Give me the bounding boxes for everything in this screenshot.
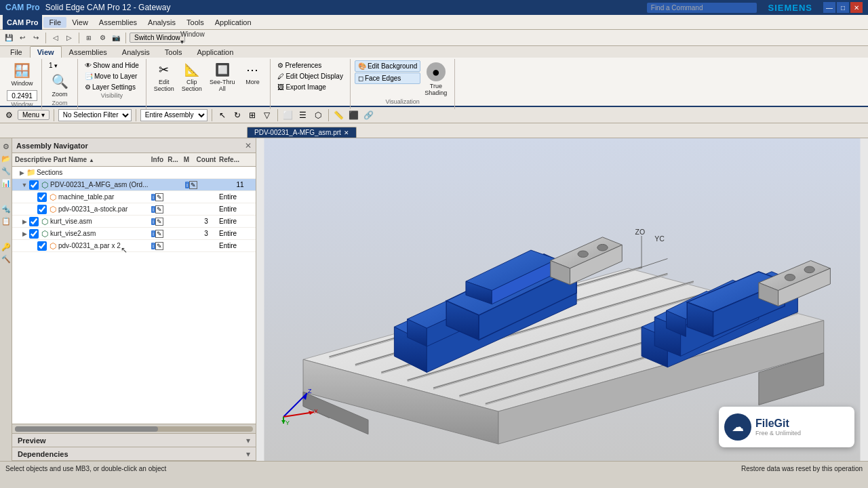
menu-cmd-btn[interactable]: Menu ▾ — [18, 110, 50, 120]
sidebar-icon-3[interactable]: 🔧 — [1, 165, 12, 176]
switch-window-btn[interactable]: Switch Window — [130, 33, 185, 43]
assembly-scope-dropdown[interactable]: Entire Assembly — [140, 109, 208, 121]
selection-filter-dropdown[interactable]: No Selection Filter — [58, 109, 132, 121]
sidebar-icon-7[interactable]: 🔑 — [1, 241, 12, 252]
menu-tools[interactable]: Tools — [181, 17, 210, 28]
view-tab-main[interactable]: PDV-00231_A-MFG_asm.prt ✕ — [247, 127, 357, 138]
zoom-1-select[interactable]: 1 ▾ — [46, 60, 73, 70]
root-asm-toggle[interactable]: ▼ — [20, 181, 28, 189]
preview-toggle-icon[interactable]: ▾ — [246, 436, 250, 445]
root-asm-check[interactable] — [29, 180, 39, 190]
tree-item-vise1[interactable]: ▶ ⬡ kurt_vise.asm i ✎ 3 Entire — [12, 216, 256, 228]
undo-btn[interactable]: ↩ — [16, 32, 28, 44]
show-hide-btn[interactable]: 👁 Show and Hide — [82, 60, 142, 70]
tree-item-root-asm[interactable]: ▼ ⬡ PDV-00231_A-MFG_asm (Ord... i ✎ 11 — [12, 179, 256, 191]
sidebar-icon-1[interactable]: ⚙ — [1, 141, 12, 152]
group-icon[interactable]: ⬡ — [312, 109, 324, 121]
vise2-icon: ⬡ — [39, 228, 50, 239]
face-edges-btn[interactable]: ◻ Face Edges — [355, 73, 420, 84]
3d-viewport[interactable]: ZO YC — [256, 138, 868, 461]
sidebar-icon-2[interactable]: 📂 — [1, 153, 12, 164]
tree-item-machine-table[interactable]: ▶ ⬡ machine_table.par i ✎ Entire — [12, 191, 256, 203]
machine-table-check[interactable] — [37, 192, 47, 202]
dependencies-toggle-icon[interactable]: ▾ — [246, 449, 250, 459]
vise1-toggle[interactable]: ▶ — [20, 218, 28, 226]
maximize-btn[interactable]: □ — [837, 2, 849, 13]
save-btn[interactable]: 💾 — [3, 32, 15, 44]
back-btn[interactable]: ◁ — [50, 32, 62, 44]
tab-assemblies[interactable]: Assemblies — [62, 46, 115, 58]
tab-file[interactable]: File — [3, 46, 30, 58]
preferences-btn[interactable]: ⚙ Preferences — [275, 60, 324, 70]
search-command[interactable]: Find a Command — [647, 3, 757, 13]
stock-icon: ⬡ — [47, 204, 58, 215]
rotate-icon[interactable]: ↻ — [231, 109, 243, 121]
vise2-check[interactable] — [29, 229, 39, 239]
view-tab-close[interactable]: ✕ — [344, 129, 349, 136]
edit-section-btn[interactable]: ✂ EditSection — [151, 60, 178, 94]
menu-file[interactable]: File — [43, 17, 66, 28]
sections-toggle[interactable]: ▶ — [18, 169, 26, 177]
dependencies-panel-header[interactable]: Dependencies ▾ — [12, 447, 256, 461]
tree-item-sections[interactable]: ▶ 📁 Sections — [12, 167, 256, 179]
move-to-layer-btn[interactable]: 📑 Move to Layer — [82, 71, 142, 81]
preview-panel-header[interactable]: Preview ▾ — [12, 434, 256, 447]
vise2-toggle[interactable]: ▶ — [20, 230, 28, 238]
menu-view[interactable]: View — [66, 17, 94, 28]
edit-bg-btn[interactable]: 🎨 Edit Background — [355, 60, 420, 72]
cursor-tool-icon[interactable]: ↖ — [216, 109, 229, 121]
see-thru-btn[interactable]: 🔲 See-ThruAll — [206, 60, 239, 94]
tab-application[interactable]: Application — [190, 46, 241, 58]
tab-analysis[interactable]: Analysis — [115, 46, 157, 58]
edit-object-display-btn[interactable]: 🖊 Edit Object Display — [275, 71, 345, 81]
minimize-btn[interactable]: — — [823, 2, 835, 13]
clip-section-btn[interactable]: 📐 ClipSection — [178, 60, 205, 94]
tree-item-vise2[interactable]: ▶ ⬡ kurt_vise2.asm i ✎ 3 Entire — [12, 228, 256, 240]
menu-assemblies[interactable]: Assemblies — [94, 17, 142, 28]
forward-btn[interactable]: ▷ — [63, 32, 75, 44]
nav-close-btn[interactable]: ✕ — [245, 141, 252, 150]
scroll-thumb[interactable] — [15, 426, 158, 432]
snap-icon[interactable]: 🔗 — [363, 109, 375, 121]
window-btn[interactable]: 🪟 Window — [7, 60, 36, 89]
nav-header: Assembly Navigator ✕ — [12, 138, 256, 153]
dims-icon[interactable]: ⬛ — [348, 109, 360, 121]
par-x2-check[interactable] — [37, 241, 47, 251]
settings-btn[interactable]: ⚙ — [96, 32, 108, 44]
stock-check[interactable] — [37, 205, 47, 214]
menu-application[interactable]: Application — [210, 17, 257, 28]
app-logo-badge: CAM Pro — [3, 15, 42, 30]
sidebar-icon-8[interactable]: 🔨 — [1, 253, 12, 264]
layers-icon[interactable]: ☰ — [297, 109, 309, 121]
title-controls[interactable]: — □ ✕ — [823, 2, 863, 13]
sidebar-icon-4[interactable]: 📊 — [1, 178, 12, 188]
edit-bg-icon: 🎨 — [358, 62, 366, 70]
sidebar-icon-6[interactable]: 📋 — [1, 216, 12, 226]
scroll-track[interactable] — [15, 426, 253, 432]
tab-view[interactable]: View — [30, 46, 62, 58]
tab-tools[interactable]: Tools — [157, 46, 190, 58]
filter-icon[interactable]: ▽ — [261, 109, 273, 121]
zoom-value-input[interactable] — [7, 90, 37, 101]
settings-cmd-icon[interactable]: ⚙ — [3, 109, 15, 121]
grid-btn[interactable]: ⊞ — [83, 32, 95, 44]
layer-settings-btn[interactable]: ⚙ Layer Settings — [82, 82, 142, 92]
tree-item-stock[interactable]: ▶ ⬡ pdv-00231_a-stock.par i ✎ Entire — [12, 203, 256, 216]
window-dropdown[interactable]: Window ▾ — [186, 32, 199, 44]
view3d-icon[interactable]: ⬜ — [282, 109, 294, 121]
vise1-check[interactable] — [29, 217, 39, 226]
redo-btn[interactable]: ↪ — [30, 32, 42, 44]
select-all-icon[interactable]: ⊞ — [246, 109, 258, 121]
menu-analysis[interactable]: Analysis — [142, 17, 181, 28]
export-icon: 🖼 — [277, 83, 284, 91]
camera-btn[interactable]: 📷 — [110, 32, 122, 44]
sidebar-icon-5[interactable]: 🔩 — [1, 203, 12, 214]
nav-scrollbar[interactable] — [12, 424, 256, 433]
more-btn[interactable]: ⋯ More — [239, 60, 266, 94]
tree-item-par-x2[interactable]: ▶ ⬡ pdv-00231_a.par x 2 i ✎ Entire ↖ — [12, 240, 256, 252]
measure-icon[interactable]: 📏 — [333, 109, 345, 121]
close-btn[interactable]: ✕ — [850, 2, 863, 13]
zoom-btn[interactable]: 🔍 Zoom — [46, 71, 73, 100]
true-shading-btn[interactable]: ● TrueShading — [421, 60, 450, 98]
export-image-btn[interactable]: 🖼 Export Image — [275, 82, 328, 92]
